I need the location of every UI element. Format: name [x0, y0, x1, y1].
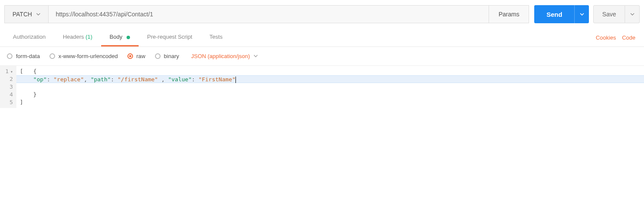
tab-tests[interactable]: Tests	[201, 28, 231, 46]
code-line: "op": "replace", "path": "/firstName" , …	[16, 75, 644, 83]
request-tabs: Authorization Headers (1) Body Pre-reque…	[0, 28, 644, 47]
gutter-line: 1▾	[4, 68, 13, 75]
send-dropdown-button[interactable]	[574, 5, 589, 23]
request-bar: PATCH Params Send Save	[0, 0, 644, 28]
body-type-binary[interactable]: binary	[155, 53, 179, 59]
editor-gutter: 1▾ 2 3 4 5	[0, 66, 16, 108]
cookies-link[interactable]: Cookies	[596, 34, 616, 41]
body-modified-dot-icon	[127, 36, 130, 39]
tab-prerequest-script[interactable]: Pre-request Script	[139, 28, 201, 46]
save-dropdown-button[interactable]	[625, 5, 640, 23]
radio-icon	[7, 53, 12, 59]
code-line	[16, 83, 644, 91]
body-type-formdata[interactable]: form-data	[7, 53, 40, 59]
tab-body[interactable]: Body	[101, 28, 139, 46]
caret-down-icon	[254, 53, 258, 59]
radio-selected-icon	[127, 53, 133, 59]
send-button[interactable]: Send	[534, 5, 574, 23]
request-url-input[interactable]	[48, 5, 489, 23]
save-button[interactable]: Save	[593, 5, 625, 23]
caret-down-icon	[36, 11, 40, 18]
text-cursor-icon	[235, 77, 236, 83]
code-line: ]	[16, 99, 644, 106]
http-method-label: PATCH	[12, 11, 32, 18]
body-editor[interactable]: 1▾ 2 3 4 5 [ { "op": "replace", "path": …	[0, 66, 644, 108]
gutter-line: 4	[4, 91, 13, 99]
http-method-dropdown[interactable]: PATCH	[4, 5, 48, 23]
editor-code[interactable]: [ { "op": "replace", "path": "/firstName…	[16, 66, 644, 108]
gutter-line: 5	[4, 99, 13, 106]
tab-headers[interactable]: Headers (1)	[54, 28, 101, 46]
tab-authorization[interactable]: Authorization	[4, 28, 54, 46]
content-type-dropdown[interactable]: JSON (application/json)	[191, 53, 258, 59]
radio-icon	[155, 53, 161, 59]
headers-count: (1)	[86, 34, 93, 40]
code-line: }	[16, 91, 644, 99]
radio-icon	[50, 53, 55, 59]
gutter-line: 2	[4, 75, 13, 83]
fold-icon[interactable]: ▾	[10, 69, 13, 74]
gutter-line: 3	[4, 83, 13, 91]
params-button[interactable]: Params	[489, 5, 529, 23]
body-type-xwww[interactable]: x-www-form-urlencoded	[50, 53, 118, 59]
code-link[interactable]: Code	[622, 34, 635, 41]
code-line: [ {	[16, 68, 644, 75]
body-type-raw[interactable]: raw	[127, 53, 146, 59]
body-type-selector: form-data x-www-form-urlencoded raw bina…	[0, 47, 644, 66]
